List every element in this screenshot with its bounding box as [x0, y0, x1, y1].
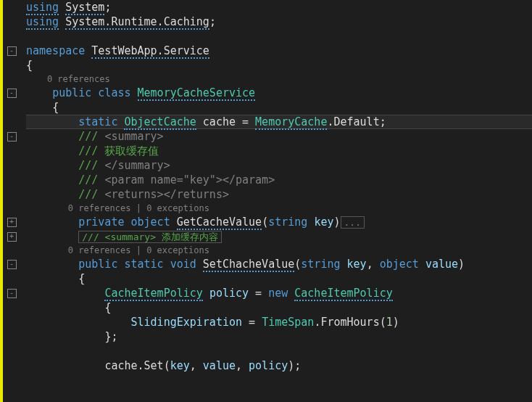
code-line[interactable]: private object GetCacheValue(string key)… [26, 215, 532, 229]
fold-toggle-icon[interactable]: - [7, 260, 17, 269]
code-line[interactable]: using System; [26, 0, 532, 15]
code-line[interactable]: }; [26, 329, 532, 344]
fold-toggle-icon[interactable]: - [7, 132, 17, 141]
fold-toggle-icon[interactable]: + [7, 232, 17, 242]
code-line[interactable]: { [26, 100, 532, 115]
code-line[interactable]: CacheItemPolicy policy = new CacheItemPo… [26, 286, 532, 300]
code-line[interactable]: namespace TestWebApp.Service [26, 44, 532, 58]
code-line[interactable]: { [26, 271, 532, 286]
fold-toggle-icon[interactable]: - [7, 46, 17, 56]
code-line[interactable]: public class MemoryCacheService [26, 86, 532, 100]
code-line[interactable]: { [26, 300, 532, 315]
code-line[interactable]: public static void SetChacheValue(string… [26, 257, 532, 271]
gutter: - - - + + - - [3, 0, 20, 402]
code-text-area[interactable]: using System; using System.Runtime.Cachi… [20, 0, 532, 402]
codelens-indicator[interactable]: 0 references | 0 exceptions [26, 202, 532, 215]
code-line[interactable]: { [26, 58, 532, 73]
code-line[interactable]: /// 获取缓存值 [26, 144, 532, 158]
codelens-indicator[interactable]: 0 references | 0 exceptions [26, 244, 532, 257]
fold-toggle-icon[interactable]: + [7, 218, 17, 227]
fold-toggle-icon[interactable]: - [7, 289, 17, 298]
code-line[interactable]: using System.Runtime.Caching; [26, 15, 532, 29]
code-line[interactable]: /// <summary> [26, 129, 532, 144]
code-line[interactable]: cache.Set(key, value, policy); [26, 358, 532, 373]
code-line[interactable] [26, 29, 532, 44]
code-line[interactable]: SlidingExpiration = TimeSpan.FromHours(1… [26, 315, 532, 329]
code-line[interactable]: /// <summary> 添加缓存内容 [26, 229, 532, 244]
code-line[interactable]: /// </summary> [26, 158, 532, 173]
code-line[interactable]: /// <returns></returns> [26, 187, 532, 202]
codelens-indicator[interactable]: 0 references [26, 73, 532, 86]
collapsed-region-icon[interactable]: ... [341, 216, 365, 229]
code-line[interactable]: /// <param name="key"></param> [26, 173, 532, 187]
code-line[interactable] [26, 344, 532, 358]
collapsed-region-icon[interactable]: /// <summary> 添加缓存内容 [78, 231, 222, 243]
code-editor[interactable]: - - - + + - - using System; using System… [0, 0, 532, 402]
code-line-current[interactable]: static ObjectCache cache = MemoryCache.D… [26, 115, 532, 129]
fold-toggle-icon[interactable]: - [7, 89, 17, 98]
